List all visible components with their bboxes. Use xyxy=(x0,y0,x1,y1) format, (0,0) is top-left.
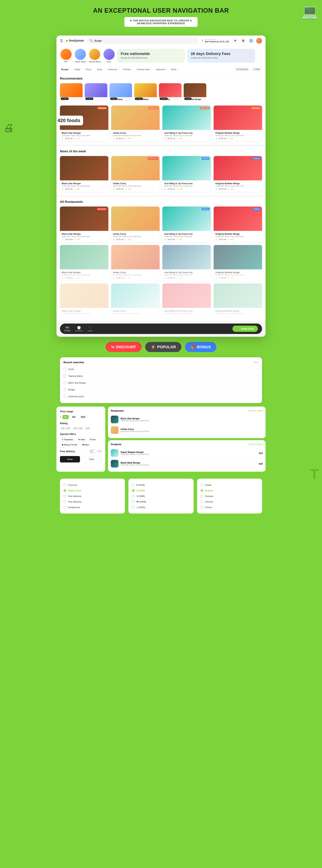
cat-more[interactable]: More › xyxy=(170,67,179,71)
lang-uzbek[interactable]: Uzbek xyxy=(201,482,259,488)
menu-icon[interactable]: ☰ xyxy=(60,39,63,43)
lang-english[interactable]: English xyxy=(201,488,259,493)
price-3[interactable]: $$$ xyxy=(70,415,77,419)
search-remove-5[interactable]: × xyxy=(257,395,259,398)
news-card-4[interactable]: BONUS Original Buffalo Wings Under $39 •… xyxy=(214,156,262,192)
search-remove-4[interactable]: × xyxy=(257,388,259,391)
search-input[interactable] xyxy=(94,39,196,42)
all-card-3[interactable]: BONUS Just Wing It. by Fresco Inc Under … xyxy=(163,207,211,242)
store-evos[interactable]: Evos xyxy=(103,49,115,63)
search-bar[interactable]: 🔍 xyxy=(87,38,198,44)
translate-icon-btn[interactable]: 🌐 xyxy=(248,38,254,44)
cat-japanese[interactable]: Japanese xyxy=(154,67,167,71)
offer-vegetarian[interactable]: Vegetarian xyxy=(60,438,75,441)
search-item-yapona[interactable]: Yapona Mama × xyxy=(63,373,259,379)
all-card-11[interactable]: Just Wing It. by Fresco Inc Under $39 • … xyxy=(163,283,211,317)
sort-inexpensive[interactable]: Inexpensive xyxy=(63,504,121,510)
result-rest-2[interactable]: Urban Curry Under $39 • Bonus Coca Cola … xyxy=(111,425,263,435)
rec-store-kfc[interactable]: 20 items KFC xyxy=(60,83,83,101)
store-yapona[interactable]: Yapona Mama xyxy=(89,49,101,63)
offer-halal[interactable]: Halal xyxy=(77,438,87,441)
cat-central-asian[interactable]: Central Asian xyxy=(135,67,151,71)
star-icon-btn[interactable]: ✦ xyxy=(232,38,238,44)
currency-rmb[interactable]: ¥ (RMB) xyxy=(132,493,190,499)
search-item-ampizza[interactable]: American pizza × xyxy=(63,393,259,400)
rating-3-5[interactable]: 3.5 — 4.5 xyxy=(60,427,71,430)
all-card-6[interactable]: Urban Curry Under $39 • Bonus Coca Cola … xyxy=(111,245,159,281)
all-card-2[interactable]: Urban Curry Under $39 • Bonus Coca Cola … xyxy=(111,207,159,242)
lang-german[interactable]: German xyxy=(201,499,259,504)
currency-awg[interactable]: ƒ (AWG) xyxy=(132,504,190,510)
store-kfc[interactable]: KFC xyxy=(60,49,72,63)
cat-burger[interactable]: Burger xyxy=(60,67,70,71)
free-delivery-toggle[interactable] xyxy=(90,450,96,453)
order-button[interactable]: 🛒 Order $130 xyxy=(232,326,258,332)
cat-soup[interactable]: Soup xyxy=(95,67,104,71)
rec-store-evos[interactable]: 10 items Evos xyxy=(85,83,107,101)
search-remove-1[interactable]: × xyxy=(257,368,259,371)
currency-usd[interactable]: $ (USD) xyxy=(132,488,190,493)
search-remove-2[interactable]: × xyxy=(257,374,259,377)
promo-delivery-fees[interactable]: 28 days Delivery Fees 28 days left of $0… xyxy=(187,49,255,63)
all-card-1[interactable]: DISCOUNT Black Star Burger Under $39 • B… xyxy=(60,207,108,242)
result-rest-1[interactable]: Black Star Burger Under $39 • Bonus Coca… xyxy=(111,414,263,425)
lang-russian[interactable]: Russian xyxy=(201,493,259,499)
price-2[interactable]: $$ xyxy=(63,415,69,419)
result-prod-1[interactable]: Super Mupper Burger Under $39 • Bonus Co… xyxy=(111,448,263,459)
price-4[interactable]: $$$$ xyxy=(79,415,87,419)
rest-card-3[interactable]: POPULAR Just Wing It. by Fresco Inc Unde… xyxy=(163,105,211,141)
discount-pill[interactable]: % DISCOUNT xyxy=(106,342,142,352)
lang-french[interactable]: French xyxy=(201,504,259,510)
cat-american[interactable]: American xyxy=(106,67,119,71)
promo-free-nationwide[interactable]: Free nationwide 28 days left of $0 Deliv… xyxy=(117,49,185,63)
bnav-liked[interactable]: ♡ LIKED xyxy=(87,326,92,332)
sort-button[interactable]: ⊞ Sorted by xyxy=(234,67,250,71)
rest-card-4[interactable]: POPULAR Original Buffalo Wings Under $39… xyxy=(214,105,262,141)
bnav-foods[interactable]: 🍽 FOODS xyxy=(64,326,70,332)
offer-allergy[interactable]: Allergy Friendly xyxy=(60,443,79,446)
currency-krw[interactable]: ₩ (KRW) xyxy=(132,499,190,504)
bonus-pill[interactable]: 🎁 BONUS xyxy=(185,342,216,352)
sort-trust[interactable]: Trust you xyxy=(63,482,121,488)
all-card-8[interactable]: Original Buffalo Wings Under $39 • Bonus… xyxy=(214,245,262,281)
popular-pill[interactable]: ⚡ POPULAR xyxy=(145,342,181,352)
cat-pizza[interactable]: Pizza xyxy=(84,67,93,71)
news-card-2[interactable]: DISCOUNT Urban Curry Under $39 • Bonus C… xyxy=(111,156,159,192)
result-prod-2[interactable]: Black Meat Burger Under $39 • Bonus Coca… xyxy=(111,459,263,469)
rec-store-yapona[interactable]: 12 items Yapona Mama xyxy=(134,83,157,101)
filter-show-button[interactable]: Show xyxy=(60,456,80,462)
currency-rub[interactable]: ₽ (RUB) xyxy=(132,482,190,488)
search-item-blackstar[interactable]: Black Star Burger × xyxy=(63,379,259,386)
user-avatar[interactable] xyxy=(256,38,262,44)
grid-icon-btn[interactable]: ⊞ xyxy=(240,38,246,44)
bnav-orders[interactable]: 🕐 ORDERS xyxy=(75,326,83,332)
filter-button[interactable]: ≡ Filter xyxy=(251,67,262,71)
sort-fast-2[interactable]: Fast delevery xyxy=(63,499,121,504)
all-card-9[interactable]: Black Star Burger Under $39 • Bonus Coca… xyxy=(60,283,108,317)
news-card-3[interactable]: BONUS Just Wing It. by Fresco Inc Under … xyxy=(163,156,211,192)
news-card-1[interactable]: Black Star Burger Under $39 • Bonus Coca… xyxy=(60,156,108,192)
all-card-10[interactable]: Urban Curry Under $39 • Bonus Coca Cola … xyxy=(111,283,159,317)
offer-sea[interactable]: Sea xyxy=(88,438,97,441)
sort-fast-1[interactable]: Fast delevery xyxy=(63,493,121,499)
filter-clear-button[interactable]: Clear xyxy=(81,456,102,462)
all-card-12[interactable]: Original Buffalo Wings Under $39 • Bonus… xyxy=(214,283,262,317)
rating-4-5[interactable]: 4.5 — 5.0 xyxy=(72,427,84,430)
rating-5-0[interactable]: 5.0 xyxy=(85,427,90,430)
all-card-5[interactable]: Black Star Burger Under $39 • Bonus Coca… xyxy=(60,245,108,281)
offer-meat[interactable]: Meat xyxy=(81,443,91,446)
search-item-burger[interactable]: Burger × xyxy=(63,386,259,393)
rec-store-black-star[interactable]: 5 items Black Star Burger xyxy=(184,83,206,101)
store-sultan[interactable]: Sultan Saray xyxy=(74,49,86,63)
all-card-4[interactable]: BONUS Original Buffalo Wings Under $39 •… xyxy=(214,207,262,242)
rec-store-sultan[interactable]: 8 items Sultan Saray xyxy=(110,83,132,101)
brand-logo[interactable]: foodyman xyxy=(66,39,84,42)
search-remove-3[interactable]: × xyxy=(257,381,259,384)
rest-card-2[interactable]: POPULAR Urban Curry Under $39 • Bonus Co… xyxy=(111,105,159,141)
clear-button[interactable]: Clear xyxy=(253,361,259,364)
search-item-sushi[interactable]: Sushi × xyxy=(63,366,259,373)
carousel-next[interactable]: › xyxy=(257,49,262,63)
cat-salad[interactable]: Salad xyxy=(73,67,82,71)
all-card-7[interactable]: Just Wing It. by Fresco Inc Under $39 • … xyxy=(163,245,211,281)
sort-highly-rated[interactable]: Highly rated xyxy=(63,488,121,493)
